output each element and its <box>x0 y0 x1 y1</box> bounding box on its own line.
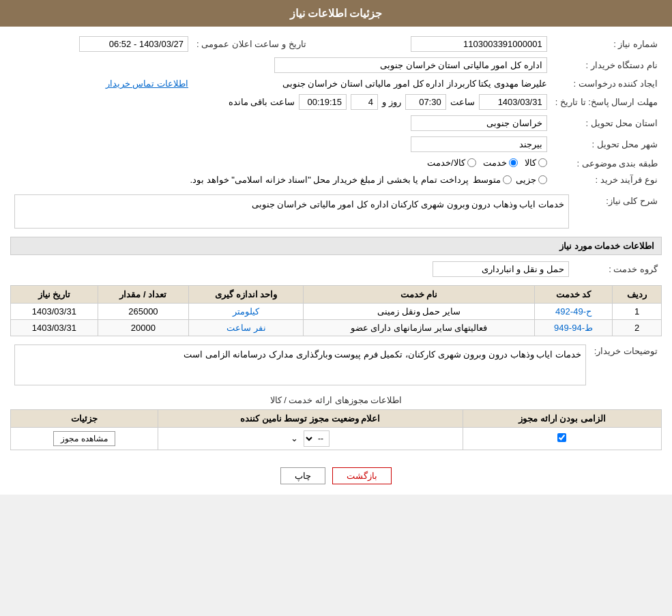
cell-vahed: نفر ساعت <box>189 320 304 336</box>
radio-khedmat[interactable]: خدمت <box>483 158 518 168</box>
mohlat-value: 1403/03/31 ساعت 07:30 روز و 4 00:19:15 س… <box>10 91 551 113</box>
permissions-tbody: -- ⌄ مشاهده مجوز <box>11 428 662 450</box>
ostan-value: خراسان جنوبی <box>10 113 551 134</box>
radio-mottavaset[interactable]: متوسط <box>473 175 512 185</box>
dastgah-input: اداره کل امور مالیاتی استان خراسان جنوبی <box>274 57 547 73</box>
ostan-label: استان محل تحویل : <box>551 113 662 134</box>
shomara-value: 1103003391000001 <box>310 33 551 55</box>
radio-kala-khedmat-input[interactable] <box>467 158 476 167</box>
ijan-row: ایجاد کننده درخواست : علیرضا مهدوی یکتا … <box>10 76 662 91</box>
services-table-wrapper: ردیف کد خدمت نام خدمت واحد اندازه گیری ت… <box>10 285 662 336</box>
tabaqe-label: طبقه بندی موضوعی : <box>551 155 662 172</box>
goroh-table: گروه خدمت : حمل و نقل و انبارداری <box>10 259 662 280</box>
col-tarikh: تاریخ نیاز <box>11 286 98 304</box>
permissions-table-wrapper: الزامی بودن ارائه مجوز اعلام وضعیت مجوز … <box>10 409 662 450</box>
radio-kala-label: کالا <box>525 158 536 168</box>
col-naam: نام خدمت <box>304 286 534 304</box>
tarikh-ealaan-input: 1403/03/27 - 06:52 <box>79 36 188 52</box>
cell-tarikh: 1403/03/31 <box>11 320 98 336</box>
col-kod: کد خدمت <box>534 286 613 304</box>
cell-tedad: 265000 <box>98 304 188 320</box>
page-title: جزئیات اطلاعات نیاز <box>290 8 383 19</box>
radio-jozi-label: جزیی <box>516 175 536 185</box>
services-thead: ردیف کد خدمت نام خدمت واحد اندازه گیری ت… <box>11 286 662 304</box>
footer-buttons: بازگشت چاپ <box>0 457 672 495</box>
page-wrapper: جزئیات اطلاعات نیاز شماره نیاز : 1103003… <box>0 0 672 495</box>
shomara-input: 1103003391000001 <box>411 36 547 52</box>
dastgah-label: نام دستگاه خریدار : <box>551 55 662 76</box>
description-table: توضیحات خریدار: خدمات ایاب وذهاب درون وب… <box>10 342 662 388</box>
table-row: 1 ح-49-492 سایر حمل ونقل زمینی کیلومتر 2… <box>11 304 662 320</box>
mohlat-saat-label: ساعت <box>450 97 475 107</box>
radio-jozi-input[interactable] <box>538 175 547 184</box>
content-area: شماره نیاز : 1103003391000001 تاریخ و سا… <box>0 27 672 457</box>
cell-kod: ط-94-949 <box>534 320 613 336</box>
ettelaat-tamas-cell[interactable]: اطلاعات تماس خریدار <box>10 76 192 91</box>
radio-khedmat-label: خدمت <box>483 158 507 168</box>
mohlat-row: مهلت ارسال پاسخ: تا تاریخ : 1403/03/31 س… <box>10 91 662 113</box>
dastgah-value: اداره کل امور مالیاتی استان خراسان جنوبی <box>10 55 551 76</box>
tabaqe-row: طبقه بندی موضوعی : کالا خدمت <box>10 155 662 172</box>
tabaqe-radios: کالا خدمت کالا/خدمت <box>10 155 551 172</box>
perm-elzami-cell <box>463 428 661 450</box>
cell-naam: فعالیتهای سایر سازمانهای دارای عضو <box>304 320 534 336</box>
tarikh-ealaan-value: 1403/03/27 - 06:52 <box>10 33 192 55</box>
radio-kala[interactable]: کالا <box>525 158 547 168</box>
shahr-value: بیرجند <box>10 134 551 155</box>
mohlat-roz-label: روز و <box>382 97 401 107</box>
ostan-input: خراسان جنوبی <box>411 115 547 131</box>
page-header: جزئیات اطلاعات نیاز <box>0 0 672 27</box>
permissions-table: الزامی بودن ارائه مجوز اعلام وضعیت مجوز … <box>10 409 662 450</box>
shomara-label: شماره نیاز : <box>551 33 662 55</box>
shahr-row: شهر محل تحویل : بیرجند <box>10 134 662 155</box>
dastgah-row: نام دستگاه خریدار : اداره کل امور مالیات… <box>10 55 662 76</box>
list-item: -- ⌄ مشاهده مجوز <box>11 428 662 450</box>
description-label: توضیحات خریدار: <box>590 342 662 388</box>
sharh-value-cell: خدمات ایاب وذهاب درون وبرون شهری کارکنان… <box>10 192 573 231</box>
mohlat-saat: 07:30 <box>405 94 446 110</box>
cell-vahed: کیلومتر <box>189 304 304 320</box>
print-button[interactable]: چاپ <box>280 467 325 484</box>
services-table: ردیف کد خدمت نام خدمت واحد اندازه گیری ت… <box>10 285 662 336</box>
moshahede-button[interactable]: مشاهده مجوز <box>53 431 115 446</box>
ijan-label: ایجاد کننده درخواست : <box>551 76 662 91</box>
radio-mottavaset-label: متوسط <box>473 175 501 185</box>
mohlat-baqi-label: ساعت باقی مانده <box>229 97 295 107</box>
mohlat-date: 1403/03/31 <box>479 94 547 110</box>
permissions-section-title: اطلاعات مجوزهای ارائه خدمت / کالا <box>10 395 662 405</box>
radio-mottavaset-input[interactable] <box>503 175 512 184</box>
ijan-text: علیرضا مهدوی یکتا کاربرداز اداره کل امور… <box>282 78 547 89</box>
cell-tedad: 20000 <box>98 320 188 336</box>
main-info-table: شماره نیاز : 1103003391000001 تاریخ و سا… <box>10 33 662 188</box>
cell-radif: 2 <box>613 320 662 336</box>
tarikh-ealaan-label: تاریخ و ساعت اعلان عمومی : <box>192 33 310 55</box>
perm-col-joziyat: جزئیات <box>11 410 158 428</box>
radio-jozi[interactable]: جزیی <box>516 175 547 185</box>
col-radif: ردیف <box>613 286 662 304</box>
perm-elzami-checkbox[interactable] <box>557 433 566 442</box>
ettelaat-tamas-link[interactable]: اطلاعات تماس خریدار <box>106 78 188 89</box>
radio-kala-khedmat[interactable]: کالا/خدمت <box>427 158 476 168</box>
col-vahed: واحد اندازه گیری <box>189 286 304 304</box>
mohlat-label: مهلت ارسال پاسخ: تا تاریخ : <box>551 91 662 113</box>
cell-kod: ح-49-492 <box>534 304 613 320</box>
ijan-value: علیرضا مهدوی یکتا کاربرداز اداره کل امور… <box>192 76 551 91</box>
radio-kala-input[interactable] <box>538 158 547 167</box>
sharh-table: شرح کلی نیاز: خدمات ایاب وذهاب درون وبرو… <box>10 192 662 231</box>
permissions-header-row: الزامی بودن ارائه مجوز اعلام وضعیت مجوز … <box>11 410 662 428</box>
sharh-label: شرح کلی نیاز: <box>573 192 662 231</box>
services-header-row: ردیف کد خدمت نام خدمت واحد اندازه گیری ت… <box>11 286 662 304</box>
tabaqe-radio-group: کالا خدمت کالا/خدمت <box>427 158 547 168</box>
back-button[interactable]: بازگشت <box>332 467 392 484</box>
shahr-input: بیرجند <box>411 136 547 152</box>
col-tedad: تعداد / مقدار <box>98 286 188 304</box>
farayand-row: نوع فرآیند خرید : جزیی متوسط پرداخت تمام… <box>10 172 662 188</box>
ostan-row: استان محل تحویل : خراسان جنوبی <box>10 113 662 134</box>
description-value-cell: خدمات ایاب وذهاب درون وبرون شهری کارکنان… <box>10 342 590 388</box>
permissions-thead: الزامی بودن ارائه مجوز اعلام وضعیت مجوز … <box>11 410 662 428</box>
sharh-row: شرح کلی نیاز: خدمات ایاب وذهاب درون وبرو… <box>10 192 662 231</box>
sharh-box: خدمات ایاب وذهاب درون وبرون شهری کارکنان… <box>14 194 569 229</box>
radio-khedmat-input[interactable] <box>509 158 518 167</box>
description-row: توضیحات خریدار: خدمات ایاب وذهاب درون وب… <box>10 342 662 388</box>
perm-ealam-select[interactable]: -- <box>304 430 330 447</box>
